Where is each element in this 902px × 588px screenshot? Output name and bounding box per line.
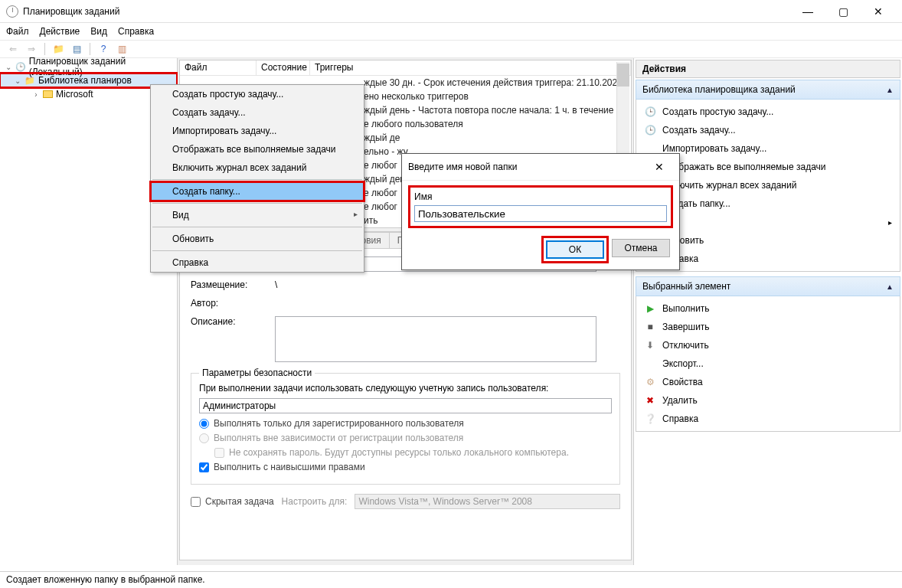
security-account: Администраторы	[199, 398, 612, 413]
pane-button[interactable]: ▥	[113, 41, 130, 57]
action-label: Включить журнал всех заданий	[662, 180, 796, 191]
ctx-refresh[interactable]: Обновить	[151, 230, 364, 248]
ctx-view[interactable]: Вид	[151, 206, 364, 224]
actions-section-library[interactable]: Библиотека планировщика заданий▲	[636, 80, 900, 100]
action-icon: ⚙	[644, 376, 656, 388]
action-icon: ⬇	[644, 339, 656, 351]
action-icon: ■	[644, 321, 656, 333]
action-icon: 🕒	[644, 106, 656, 118]
label-config-for: Настроить для:	[282, 496, 348, 507]
context-menu: Создать простую задачу...Создать задачу.…	[150, 84, 364, 273]
action-label: Создать простую задачу...	[662, 106, 773, 117]
action-icon	[644, 358, 656, 370]
check-highest-priv[interactable]: Выполнить с наивысшими правами	[199, 462, 612, 472]
dialog-ok-button[interactable]: ОК	[546, 240, 604, 259]
col-triggers[interactable]: Триггеры	[310, 60, 631, 75]
up-button[interactable]: 📁	[50, 41, 67, 57]
ctx-item[interactable]: Создать задачу...	[151, 103, 364, 122]
action-item[interactable]: 🕒Создать простую задачу...	[636, 103, 900, 121]
check-no-save-pw[interactable]: Не сохранять пароль. Будут доступны ресу…	[199, 447, 612, 458]
combo-config-for[interactable]: Windows Vista™, Windows Server™ 2008	[355, 494, 620, 509]
actions-header: Действия	[636, 60, 900, 78]
action-item[interactable]: Экспорт...	[636, 354, 900, 373]
col-state[interactable]: Состояние	[257, 60, 310, 75]
dialog-close-button[interactable]: ✕	[645, 158, 673, 175]
actions-pane: Действия Библиотека планировщика заданий…	[634, 58, 902, 565]
radio-any-login[interactable]: Выполнять вне зависимости от регистрации…	[199, 433, 612, 443]
action-item[interactable]: ✖Удалить	[636, 391, 900, 410]
legend-security: Параметры безопасности	[199, 368, 315, 378]
action-label: Импортировать задачу...	[662, 143, 766, 154]
action-icon: ✖	[644, 394, 656, 407]
action-item[interactable]: ⚙Свойства	[636, 373, 900, 391]
menu-file[interactable]: Файл	[6, 26, 29, 37]
ctx-item[interactable]: Импортировать задачу...	[151, 122, 364, 140]
action-item[interactable]: ▶Выполнить	[636, 299, 900, 318]
window-title: Планировщик заданий	[23, 6, 790, 17]
action-label: Отображать все выполняемые задачи	[662, 162, 826, 172]
tree-root-label: Планировщик заданий (Локальный)	[29, 56, 177, 77]
back-button[interactable]: ⇐	[5, 41, 21, 57]
tree-root[interactable]: ⌄ 🕒 Планировщик заданий (Локальный)	[0, 60, 177, 74]
actions-section-selected[interactable]: Выбранный элемент▲	[636, 276, 900, 296]
close-button[interactable]: ✕	[861, 0, 896, 23]
ctx-help[interactable]: Справка	[151, 253, 364, 272]
action-label: Выполнить	[662, 303, 710, 314]
action-label: Удалить	[662, 395, 698, 406]
dialog-name-label: Имя	[414, 191, 667, 202]
label-author: Автор:	[191, 298, 275, 309]
dialog-title: Введите имя новой папки	[408, 162, 517, 172]
label-location: Размещение:	[191, 279, 275, 290]
dialog-cancel-button[interactable]: Отмена	[612, 239, 670, 257]
action-item[interactable]: ⬇Отключить	[636, 336, 900, 354]
titlebar: Планировщик заданий — ▢ ✕	[0, 0, 902, 23]
ctx-item[interactable]: Отображать все выполняемые задачи	[151, 140, 364, 158]
action-icon: 🕒	[644, 124, 656, 136]
security-note: При выполнении задачи использовать следу…	[199, 383, 612, 394]
action-label: Экспорт...	[662, 358, 704, 369]
ctx-item[interactable]: Включить журнал всех заданий	[151, 158, 364, 177]
value-location: \	[275, 279, 277, 290]
tree-library-label: Библиотека планиров	[38, 75, 132, 86]
menu-help[interactable]: Справка	[118, 26, 154, 37]
action-label: Свойства	[662, 377, 703, 387]
radio-logged-in[interactable]: Выполнять только для зарегистрированного…	[199, 418, 612, 429]
label-description: Описание:	[191, 316, 275, 327]
help-button[interactable]: ?	[95, 41, 112, 57]
minimize-button[interactable]: —	[790, 0, 825, 23]
forward-button[interactable]: ⇒	[23, 41, 40, 57]
props-button[interactable]: ▤	[68, 41, 85, 57]
task-list-header: Файл Состояние Триггеры	[180, 60, 631, 76]
statusbar: Создает вложенную папку в выбранной папк…	[0, 571, 902, 588]
action-item[interactable]: ❔Справка	[636, 410, 900, 428]
input-description[interactable]	[275, 316, 596, 362]
dialog-name-input[interactable]	[414, 205, 667, 222]
clock-icon	[6, 5, 18, 18]
action-label: Отключить	[662, 340, 709, 351]
action-label: Создать задачу...	[662, 125, 736, 136]
action-icon: ❔	[644, 413, 656, 425]
ctx-item[interactable]: Создать простую задачу...	[151, 85, 364, 103]
task-detail: Общие Триггеры Действия Условия Параметр…	[179, 231, 632, 560]
folder-icon	[43, 90, 53, 98]
new-folder-dialog: Введите имя новой папки ✕ Имя ОК Отмена	[401, 153, 680, 270]
tree-microsoft-label: Microsoft	[56, 89, 93, 100]
action-icon: ▶	[644, 302, 656, 315]
check-hidden-task[interactable]: Скрытая задача	[191, 496, 274, 507]
maximize-button[interactable]: ▢	[825, 0, 861, 23]
menubar: Файл Действие Вид Справка	[0, 23, 902, 40]
menu-view[interactable]: Вид	[90, 26, 107, 37]
menu-action[interactable]: Действие	[40, 26, 80, 37]
action-label: Справка	[662, 413, 698, 424]
action-item[interactable]: 🕒Создать задачу...	[636, 121, 900, 139]
action-label: Завершить	[662, 322, 710, 332]
col-file[interactable]: Файл	[180, 60, 257, 75]
action-item[interactable]: ■Завершить	[636, 318, 900, 336]
ctx-create-folder[interactable]: Создать папку...	[151, 182, 364, 201]
